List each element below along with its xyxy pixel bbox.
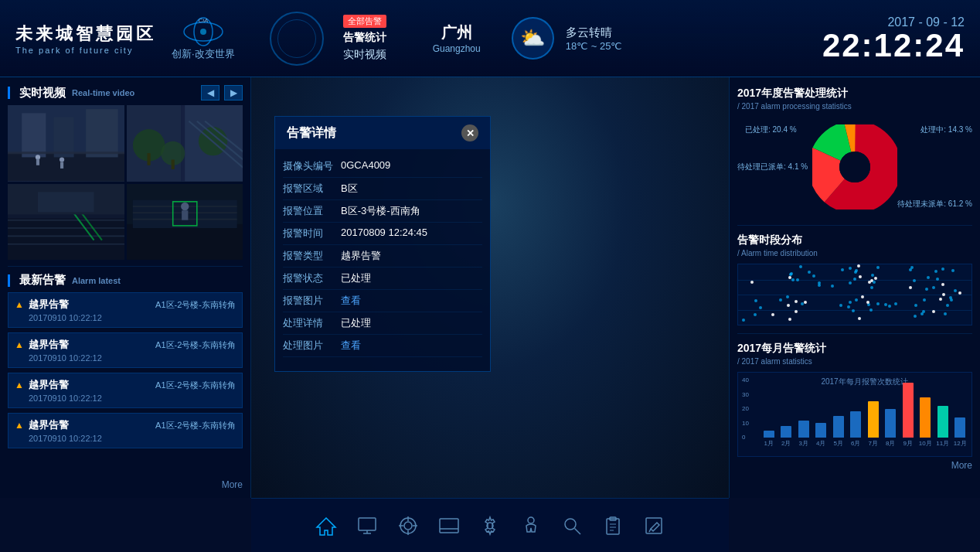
toolbar-edit-btn[interactable] — [643, 515, 665, 537]
scatter-dot — [839, 304, 842, 307]
target-icon — [397, 515, 419, 537]
toolbar-monitor-btn[interactable] — [356, 515, 378, 537]
toolbar-search-btn[interactable] — [561, 515, 583, 537]
alarm-title-en: Alarm latest — [72, 276, 121, 285]
bottom-toolbar — [251, 498, 729, 552]
svg-point-2 — [200, 29, 206, 35]
scatter-dot — [944, 312, 947, 315]
alarm-item-2[interactable]: ▲ 越界告警 A1区-2号楼-东南转角 20170910 10:22:12 — [8, 373, 243, 408]
svg-point-102 — [528, 517, 534, 523]
left-panel: 实时视频 Real-time video ◀ ▶ — [0, 77, 251, 498]
bar-sub: / 2017 alarm statistics — [737, 357, 972, 366]
toolbar-settings-btn[interactable] — [479, 515, 501, 537]
bar-rect-9 — [920, 397, 931, 438]
nav-badge[interactable]: 全部告警 — [343, 15, 386, 28]
nav-alarm-stats[interactable]: 告警统计 — [343, 31, 386, 45]
alarm-time-2: 20170910 10:22:12 — [29, 394, 236, 403]
alarm-item-1[interactable]: ▲ 越界告警 A1区-2号楼-东南转角 20170910 10:22:12 — [8, 332, 243, 368]
alarm-time-3: 20170910 10:22:12 — [29, 434, 236, 443]
svg-rect-21 — [171, 160, 174, 169]
svg-point-88 — [839, 152, 870, 182]
toolbar-person-btn[interactable] — [520, 515, 542, 537]
alert-label-2: 报警位置 — [283, 204, 341, 218]
video-cell-2[interactable] — [127, 105, 243, 182]
stats-more-link[interactable]: More — [737, 460, 972, 471]
scatter-dot — [786, 295, 789, 298]
alert-close-button[interactable]: ✕ — [461, 124, 478, 141]
scatter-dot — [923, 298, 926, 302]
y-axis: 0 10 20 30 40 — [742, 377, 749, 441]
video-cell-1[interactable] — [8, 105, 124, 182]
alert-row-4: 报警类型 越界告警 — [283, 245, 482, 267]
toolbar-clipboard-btn[interactable] — [602, 515, 624, 537]
weather-icon: ⛅ — [512, 17, 554, 60]
video-cell-4[interactable] — [127, 184, 243, 261]
svg-rect-35 — [38, 192, 94, 212]
alarm-time-1: 20170910 10:22:12 — [29, 353, 236, 363]
svg-rect-12 — [36, 158, 39, 165]
pie-chart-svg — [812, 124, 897, 210]
svg-rect-7 — [54, 118, 74, 158]
scatter-dot — [914, 315, 917, 318]
video-controls: ◀ ▶ — [201, 85, 243, 101]
alarm-location-2: A1区-2号楼-东南转角 — [155, 380, 236, 391]
alert-label-3: 报警时间 — [283, 227, 341, 240]
brand-slogan: 创新·改变世界 — [172, 47, 235, 61]
scatter-dot — [913, 279, 916, 282]
scatter-dot — [754, 313, 757, 316]
scatter-dot — [871, 274, 874, 277]
scatter-dot — [859, 275, 862, 278]
bar-chart-area: 2017年每月报警次数统计 0 10 20 30 40 1月2月3月4月5月6月… — [737, 372, 972, 457]
clipboard-icon — [602, 515, 624, 537]
video-cell-3[interactable] — [8, 184, 124, 261]
title-bar-icon — [8, 87, 10, 99]
alert-detail-panel: 告警详情 ✕ 摄像头编号 0GCA4009 报警区域 B区 报警位置 B区-3号… — [274, 116, 491, 372]
alert-row-8: 处理图片 查看 — [283, 335, 482, 357]
scatter-dot — [942, 293, 945, 296]
alarm-item-3[interactable]: ▲ 越界告警 A1区-2号楼-东南转角 20170910 10:22:12 — [8, 413, 243, 448]
scatter-dot — [855, 298, 858, 302]
alert-link-6[interactable]: 查看 — [341, 294, 361, 308]
scatter-dot — [852, 309, 855, 312]
scatter-dot — [951, 269, 954, 272]
bar-label-5: 6月 — [851, 439, 860, 448]
svg-line-104 — [575, 528, 581, 534]
alert-link-8[interactable]: 查看 — [341, 339, 361, 353]
bar-label-0: 1月 — [764, 439, 774, 448]
svg-rect-44 — [182, 210, 188, 220]
alarm-warning-icon-3: ▲ — [15, 420, 24, 431]
scatter-dot — [799, 265, 802, 268]
svg-rect-6 — [22, 113, 46, 157]
alert-detail-header: 告警详情 ✕ — [275, 117, 490, 149]
svg-point-43 — [181, 202, 189, 210]
scatter-dot — [941, 283, 944, 286]
video-prev-btn[interactable]: ◀ — [201, 85, 219, 101]
pie-legend-pending-dispatched: 待处理已派单: 4.1 % — [737, 162, 808, 172]
divider-right-1 — [737, 225, 972, 226]
bar-rect-8 — [903, 383, 914, 438]
bar-label-7: 8月 — [886, 439, 895, 448]
toolbar-target-btn[interactable] — [397, 515, 419, 537]
alarm-item-0[interactable]: ▲ 越界告警 A1区-2号楼-东南转角 20170910 10:22:12 — [8, 292, 243, 328]
svg-rect-37 — [127, 223, 243, 260]
scatter-dot — [927, 276, 930, 279]
scatter-dot — [861, 295, 864, 298]
center-map: 九峰路 三路 — [251, 77, 729, 498]
bar-label-6: 7月 — [869, 439, 878, 448]
bars-wrapper: 1月2月3月4月5月6月7月8月9月10月11月12月 — [761, 390, 968, 448]
scatter-dot — [847, 305, 850, 308]
video-grid — [8, 105, 243, 260]
video-next-btn[interactable]: ▶ — [224, 85, 243, 101]
alert-value-1: B区 — [341, 182, 358, 196]
toolbar-display-btn[interactable] — [438, 515, 460, 537]
nav-realtime-video[interactable]: 实时视频 — [343, 48, 386, 62]
scatter-dot — [779, 298, 782, 302]
toolbar-home-btn[interactable] — [315, 515, 337, 537]
alarm-time-0: 20170910 10:22:12 — [29, 313, 236, 322]
alert-row-2: 报警位置 B区-3号楼-西南角 — [283, 200, 482, 223]
scatter-dot — [857, 264, 860, 267]
alarm-more-link[interactable]: More — [8, 479, 243, 490]
bar-title: 2017每月告警统计 — [737, 342, 972, 356]
datetime: 2017 - 09 - 12 22:12:24 — [822, 15, 965, 62]
alarm-stats-title: 2017年度告警处理统计 — [737, 87, 972, 101]
